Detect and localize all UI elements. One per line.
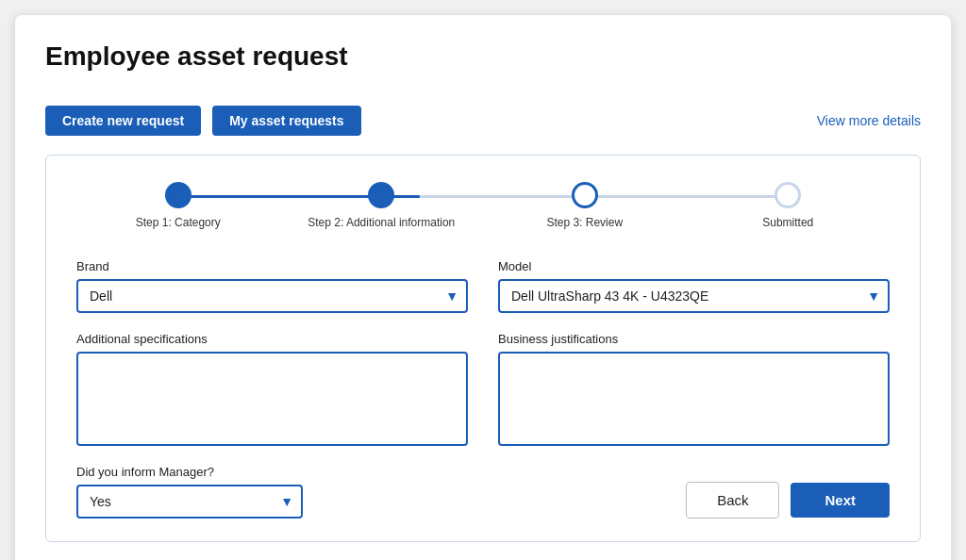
manager-select[interactable]: Yes No bbox=[76, 485, 303, 519]
brand-model-row: Brand Dell HP Lenovo Apple ▼ Model Dell … bbox=[76, 259, 890, 313]
step-submitted-circle bbox=[774, 182, 801, 208]
step-2-circle bbox=[368, 182, 394, 208]
manager-select-wrapper: Yes No ▼ bbox=[76, 485, 303, 519]
my-asset-requests-button[interactable]: My asset requests bbox=[212, 106, 360, 136]
business-justification-group: Business justifications bbox=[498, 332, 890, 446]
step-1-label: Step 1: Category bbox=[136, 216, 221, 229]
model-label: Model bbox=[498, 259, 890, 273]
bottom-row: Did you inform Manager? Yes No ▼ Back Ne… bbox=[76, 465, 890, 519]
page-title: Employee asset request bbox=[45, 41, 348, 72]
brand-select-wrapper: Dell HP Lenovo Apple ▼ bbox=[76, 279, 468, 313]
model-select[interactable]: Dell UltraSharp 43 4K - U4323QE Dell P24… bbox=[498, 279, 890, 313]
brand-group: Brand Dell HP Lenovo Apple ▼ bbox=[76, 259, 468, 313]
back-button[interactable]: Back bbox=[686, 482, 779, 519]
step-1-circle bbox=[165, 182, 192, 208]
step-1: Step 1: Category bbox=[76, 182, 280, 229]
additional-specs-textarea[interactable] bbox=[76, 352, 468, 446]
brand-select[interactable]: Dell HP Lenovo Apple bbox=[76, 279, 468, 313]
action-buttons: Back Next bbox=[686, 482, 890, 519]
step-submitted-label: Submitted bbox=[762, 216, 813, 229]
form-card: Step 1: Category Step 2: Additional info… bbox=[45, 155, 921, 542]
stepper: Step 1: Category Step 2: Additional info… bbox=[76, 182, 890, 229]
manager-label: Did you inform Manager? bbox=[76, 465, 303, 479]
view-more-details-link[interactable]: View more details bbox=[817, 113, 921, 128]
model-select-wrapper: Dell UltraSharp 43 4K - U4323QE Dell P24… bbox=[498, 279, 890, 313]
step-2-label: Step 2: Additional information bbox=[308, 216, 455, 229]
next-button[interactable]: Next bbox=[791, 483, 890, 518]
step-2: Step 2: Additional information bbox=[280, 182, 484, 229]
step-submitted: Submitted bbox=[687, 182, 891, 229]
brand-label: Brand bbox=[76, 259, 468, 273]
step-3-label: Step 3: Review bbox=[546, 216, 623, 229]
action-bar: Create new request My asset requests Vie… bbox=[45, 106, 921, 136]
manager-group: Did you inform Manager? Yes No ▼ bbox=[76, 465, 303, 519]
business-justification-textarea[interactable] bbox=[498, 352, 890, 446]
step-3-circle bbox=[572, 182, 598, 208]
additional-specs-group: Additional specifications bbox=[76, 332, 468, 446]
step-3: Step 3: Review bbox=[483, 182, 687, 229]
specs-justification-row: Additional specifications Business justi… bbox=[76, 332, 890, 446]
create-new-request-button[interactable]: Create new request bbox=[45, 106, 201, 136]
model-group: Model Dell UltraSharp 43 4K - U4323QE De… bbox=[498, 259, 890, 313]
additional-specs-label: Additional specifications bbox=[76, 332, 468, 346]
business-justification-label: Business justifications bbox=[498, 332, 890, 346]
outer-card: Employee asset request Create new reques… bbox=[15, 15, 951, 560]
top-bar: Employee asset request bbox=[45, 41, 921, 87]
